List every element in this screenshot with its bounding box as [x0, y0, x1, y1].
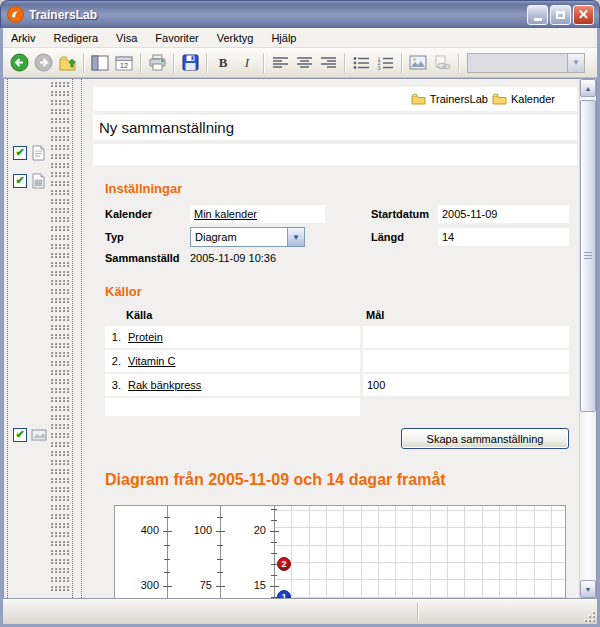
menu-bar: Arkiv Redigera Visa Favoriter Verktyg Hj… [3, 28, 597, 48]
menu-arkiv[interactable]: Arkiv [11, 32, 35, 44]
bold-icon: B [219, 55, 228, 71]
minimize-icon [534, 18, 542, 21]
create-summary-button[interactable]: Skapa sammanställning [401, 428, 569, 449]
calendar-view-button[interactable]: 12 [112, 51, 136, 75]
data-point[interactable]: 2 [277, 557, 291, 571]
data-point[interactable]: 1 [277, 590, 291, 598]
menu-visa[interactable]: Visa [116, 32, 137, 44]
axis-tick-label: 400 [114, 524, 159, 536]
bold-button[interactable]: B [211, 51, 235, 75]
scrollbar-thumb[interactable] [580, 100, 596, 412]
empty-field[interactable] [93, 144, 577, 165]
goal-cell[interactable]: 100 [363, 374, 569, 396]
align-center-button[interactable] [292, 51, 316, 75]
check-icon: ✔ [15, 147, 24, 158]
insert-link-button[interactable] [430, 51, 454, 75]
align-right-button[interactable] [316, 51, 340, 75]
table-row: 2. Vitamin C [105, 350, 569, 372]
folder-icon [411, 93, 426, 105]
table-row: 1. Protein [105, 326, 569, 348]
back-button[interactable] [7, 51, 31, 75]
menu-hjalp[interactable]: Hjälp [271, 32, 296, 44]
window-title: TrainersLab [29, 8, 525, 22]
status-bar [3, 599, 597, 624]
toolbar-separator [140, 53, 141, 73]
sammanstalld-row: Sammanställd 2005-11-09 10:36 [105, 250, 569, 266]
row-number: 1. [105, 331, 121, 343]
menu-redigera[interactable]: Redigera [53, 32, 98, 44]
numbered-list-icon: 123 [377, 56, 394, 70]
axis-tick-label: 75 [162, 579, 212, 591]
bullet-list-button[interactable] [349, 51, 373, 75]
axis-tick-label: 15 [216, 579, 266, 591]
toolbar-separator [263, 53, 264, 73]
axis-tick-label: 300 [114, 579, 159, 591]
forward-button[interactable] [31, 51, 55, 75]
form-document-icon [31, 173, 46, 189]
axis-tick-label: 100 [162, 524, 212, 536]
goal-cell[interactable] [363, 326, 569, 348]
sammanstalld-label: Sammanställd [105, 252, 190, 264]
typ-select[interactable]: Diagram ▼ [190, 227, 305, 247]
thumb-grip-icon [584, 252, 592, 260]
panel-icon [91, 55, 109, 71]
close-icon: ✕ [578, 8, 589, 21]
block-visible-checkbox[interactable]: ✔ [13, 428, 27, 442]
app-logo-icon [7, 6, 24, 23]
chevron-up-icon: ▲ [585, 85, 592, 92]
bullet-list-icon [353, 56, 370, 70]
settings-heading: Inställningar [105, 181, 579, 196]
block-visible-checkbox[interactable]: ✔ [13, 174, 27, 188]
svg-text:12: 12 [120, 62, 128, 69]
insert-image-button[interactable] [406, 51, 430, 75]
maximize-button[interactable] [550, 5, 571, 25]
kalender-row: Kalender Min kalender Startdatum 2005-11… [105, 204, 569, 224]
save-icon [182, 54, 199, 71]
scroll-down-button[interactable]: ▼ [580, 580, 596, 598]
style-combobox[interactable]: ▼ [467, 53, 585, 73]
save-button[interactable] [178, 51, 202, 75]
startdatum-field[interactable]: 2005-11-09 [438, 205, 569, 223]
langd-field[interactable]: 14 [438, 228, 569, 246]
row-drag-handles[interactable] [51, 82, 71, 595]
resize-grip[interactable] [582, 609, 595, 622]
chevron-down-icon: ▼ [585, 586, 592, 593]
align-left-button[interactable] [268, 51, 292, 75]
source-cell-empty[interactable] [105, 398, 360, 416]
toolbar: 12 B I [3, 48, 597, 78]
sources-heading: Källor [105, 284, 579, 299]
source-link[interactable]: Rak bänkpress [128, 379, 201, 391]
minimize-button[interactable] [527, 5, 548, 25]
source-link[interactable]: Protein [128, 331, 163, 343]
numbered-list-button[interactable]: 123 [373, 51, 397, 75]
breadcrumb-item-kalender[interactable]: Kalender [492, 93, 555, 105]
editor-sidebar: ✔ ✔ ✔ [4, 79, 82, 598]
content-frame: ✔ ✔ ✔ TrainersLab [3, 78, 597, 599]
page: TrainersLab Kalender Ny sammanställning … [82, 79, 579, 598]
folder-up-button[interactable] [55, 51, 79, 75]
block-visible-checkbox[interactable]: ✔ [13, 146, 27, 160]
close-button[interactable]: ✕ [573, 5, 594, 25]
menu-verktyg[interactable]: Verktyg [217, 32, 254, 44]
scroll-up-button[interactable]: ▲ [580, 79, 596, 97]
toolbar-separator [344, 53, 345, 73]
langd-label: Längd [371, 231, 438, 243]
row-number: 3. [105, 379, 121, 391]
maximize-icon [556, 11, 565, 19]
print-button[interactable] [145, 51, 169, 75]
vertical-scrollbar[interactable]: ▲ ▼ [579, 79, 596, 598]
source-cell: 1. Protein [105, 326, 360, 348]
toolbar-separator [401, 53, 402, 73]
breadcrumb: TrainersLab Kalender [93, 87, 577, 111]
source-link[interactable]: Vitamin C [128, 355, 175, 367]
menu-favoriter[interactable]: Favoriter [155, 32, 198, 44]
breadcrumb-item-trainerslab[interactable]: TrainersLab [411, 93, 488, 105]
italic-icon: I [245, 55, 249, 71]
panel-view-button[interactable] [88, 51, 112, 75]
typ-row: Typ Diagram ▼ Längd 14 [105, 226, 569, 248]
picture-icon [31, 428, 47, 442]
italic-button[interactable]: I [235, 51, 259, 75]
axis-tick-label: 20 [216, 524, 266, 536]
kalender-link[interactable]: Min kalender [194, 208, 257, 220]
goal-cell[interactable] [363, 350, 569, 372]
